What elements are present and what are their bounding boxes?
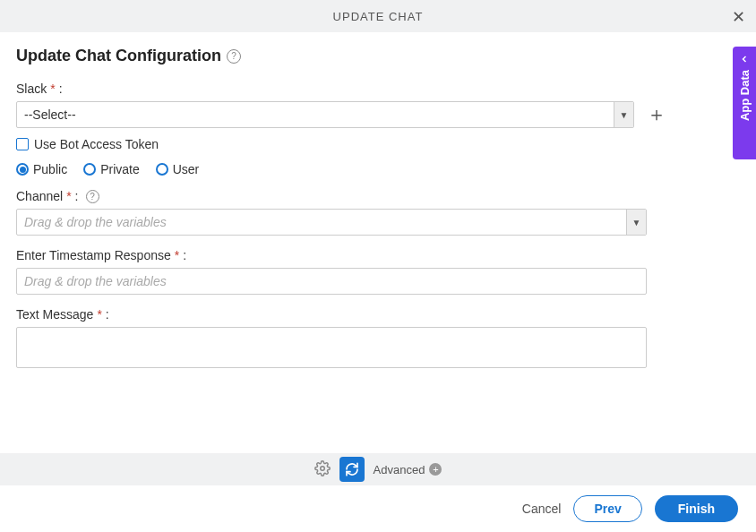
use-bot-row: Use Bot Access Token bbox=[16, 137, 740, 151]
required-mark: * bbox=[50, 82, 55, 96]
chevron-down-icon: ▼ bbox=[614, 102, 633, 127]
cancel-button[interactable]: Cancel bbox=[522, 502, 562, 516]
channel-field: Channel * : ? Drag & drop the variables … bbox=[16, 189, 647, 236]
timestamp-field: Enter Timestamp Response * : bbox=[16, 248, 647, 295]
radio-icon bbox=[83, 163, 96, 176]
scope-private-label: Private bbox=[100, 162, 140, 176]
scope-user[interactable]: User bbox=[156, 162, 200, 176]
footer-toolbar: Advanced + bbox=[0, 453, 756, 485]
help-icon[interactable]: ? bbox=[227, 49, 241, 64]
modal-title: UPDATE CHAT bbox=[333, 10, 424, 23]
required-mark: * bbox=[175, 248, 179, 262]
scope-public-label: Public bbox=[33, 162, 67, 176]
slack-select-value: --Select-- bbox=[17, 102, 614, 127]
slack-colon: : bbox=[59, 82, 63, 96]
timestamp-label: Enter Timestamp Response bbox=[16, 248, 171, 262]
textmsg-colon: : bbox=[106, 307, 109, 322]
radio-icon bbox=[156, 163, 168, 176]
scope-user-label: User bbox=[173, 162, 200, 176]
channel-colon: : bbox=[75, 189, 79, 203]
advanced-toggle[interactable]: Advanced + bbox=[374, 463, 442, 476]
timestamp-colon: : bbox=[183, 248, 186, 262]
channel-label-row: Channel * : ? bbox=[16, 189, 647, 203]
advanced-label: Advanced bbox=[374, 463, 425, 476]
slack-select-row: --Select-- ▼ ＋ bbox=[16, 101, 740, 128]
svg-point-0 bbox=[320, 466, 324, 470]
help-icon[interactable]: ? bbox=[86, 190, 99, 203]
app-data-label: App Data bbox=[738, 70, 752, 121]
textmsg-label: Text Message bbox=[16, 307, 93, 322]
use-bot-label[interactable]: Use Bot Access Token bbox=[34, 137, 159, 151]
timestamp-input[interactable] bbox=[16, 268, 647, 295]
timestamp-label-row: Enter Timestamp Response * : bbox=[16, 248, 647, 262]
slack-select[interactable]: --Select-- ▼ bbox=[16, 101, 634, 128]
scope-radio-group: Public Private User bbox=[16, 162, 740, 176]
textmsg-input[interactable] bbox=[16, 327, 647, 368]
slack-field: Slack * : --Select-- ▼ ＋ Use Bot Access … bbox=[16, 82, 740, 176]
scope-public[interactable]: Public bbox=[16, 162, 67, 176]
add-slack-icon[interactable]: ＋ bbox=[643, 101, 670, 128]
gear-icon[interactable] bbox=[314, 460, 331, 479]
required-mark: * bbox=[97, 307, 101, 322]
button-bar: Cancel Prev Finish bbox=[0, 485, 756, 532]
channel-label: Channel bbox=[16, 189, 63, 203]
refresh-icon[interactable] bbox=[339, 457, 365, 482]
slack-label-row: Slack * : bbox=[16, 82, 740, 96]
finish-button[interactable]: Finish bbox=[655, 495, 738, 522]
close-icon[interactable]: ✕ bbox=[732, 7, 745, 27]
textmsg-field: Text Message * : bbox=[16, 307, 647, 371]
channel-select[interactable]: Drag & drop the variables ▼ bbox=[16, 209, 647, 236]
plus-circle-icon: + bbox=[429, 463, 442, 476]
chevron-left-icon bbox=[739, 54, 750, 64]
radio-icon bbox=[16, 163, 29, 176]
page-title: Update Chat Configuration bbox=[16, 47, 221, 65]
page-title-row: Update Chat Configuration ? bbox=[16, 47, 740, 65]
required-mark: * bbox=[66, 189, 71, 203]
modal-header: UPDATE CHAT ✕ bbox=[0, 0, 756, 32]
prev-button[interactable]: Prev bbox=[573, 495, 641, 522]
textmsg-label-row: Text Message * : bbox=[16, 307, 647, 322]
channel-placeholder: Drag & drop the variables bbox=[17, 210, 626, 235]
content-area: Update Chat Configuration ? Slack * : --… bbox=[0, 32, 756, 371]
chevron-down-icon: ▼ bbox=[626, 210, 646, 235]
footer: Advanced + Cancel Prev Finish bbox=[0, 453, 756, 532]
use-bot-checkbox[interactable] bbox=[16, 138, 29, 150]
slack-label: Slack bbox=[16, 82, 47, 96]
scope-private[interactable]: Private bbox=[83, 162, 140, 176]
app-data-panel-tab[interactable]: App Data bbox=[733, 47, 756, 159]
